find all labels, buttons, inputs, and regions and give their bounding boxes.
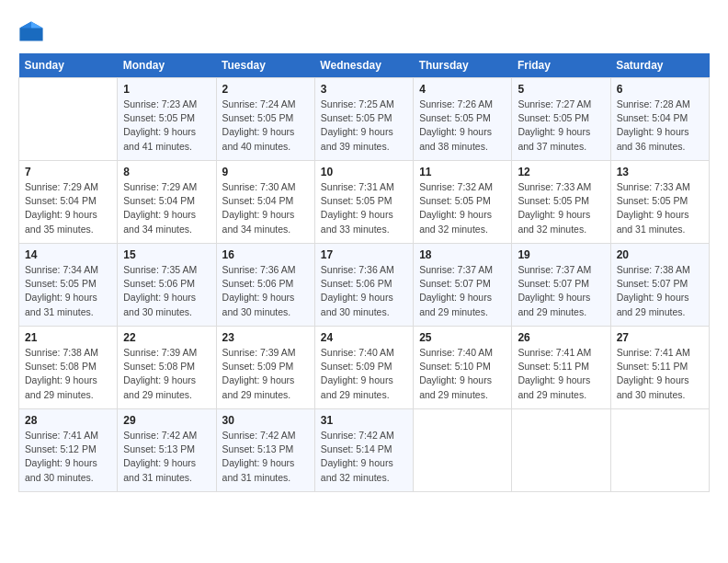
day-number: 27 xyxy=(617,331,703,344)
day-info: Sunrise: 7:29 AM Sunset: 5:04 PM Dayligh… xyxy=(25,180,111,236)
day-cell: 7Sunrise: 7:29 AM Sunset: 5:04 PM Daylig… xyxy=(19,161,118,244)
day-info: Sunrise: 7:27 AM Sunset: 5:05 PM Dayligh… xyxy=(518,98,604,154)
header-cell-thursday: Thursday xyxy=(414,53,512,78)
day-info: Sunrise: 7:28 AM Sunset: 5:04 PM Dayligh… xyxy=(617,98,703,154)
day-info: Sunrise: 7:24 AM Sunset: 5:05 PM Dayligh… xyxy=(222,98,309,154)
day-cell: 31Sunrise: 7:42 AM Sunset: 5:14 PM Dayli… xyxy=(314,409,413,492)
day-cell: 23Sunrise: 7:39 AM Sunset: 5:09 PM Dayli… xyxy=(216,327,314,409)
week-row-1: 1Sunrise: 7:23 AM Sunset: 5:05 PM Daylig… xyxy=(19,78,710,161)
day-number: 11 xyxy=(419,166,506,178)
day-cell: 12Sunrise: 7:33 AM Sunset: 5:05 PM Dayli… xyxy=(512,161,610,244)
day-info: Sunrise: 7:32 AM Sunset: 5:05 PM Dayligh… xyxy=(419,180,506,236)
day-info: Sunrise: 7:41 AM Sunset: 5:12 PM Dayligh… xyxy=(25,429,111,485)
day-number: 20 xyxy=(617,248,703,261)
header-row: SundayMondayTuesdayWednesdayThursdayFrid… xyxy=(19,53,710,78)
day-cell xyxy=(512,409,610,492)
day-cell: 24Sunrise: 7:40 AM Sunset: 5:09 PM Dayli… xyxy=(314,327,413,409)
day-number: 10 xyxy=(321,166,407,178)
day-number: 7 xyxy=(25,166,111,178)
day-number: 2 xyxy=(222,83,309,96)
week-row-2: 7Sunrise: 7:29 AM Sunset: 5:04 PM Daylig… xyxy=(19,161,710,244)
day-cell: 21Sunrise: 7:38 AM Sunset: 5:08 PM Dayli… xyxy=(19,327,118,409)
day-cell: 27Sunrise: 7:41 AM Sunset: 5:11 PM Dayli… xyxy=(610,327,709,409)
day-number: 1 xyxy=(123,83,210,96)
calendar-header: SundayMondayTuesdayWednesdayThursdayFrid… xyxy=(19,53,710,78)
day-cell: 14Sunrise: 7:34 AM Sunset: 5:05 PM Dayli… xyxy=(19,244,118,327)
day-number: 18 xyxy=(419,248,506,261)
page-header xyxy=(18,18,710,44)
day-info: Sunrise: 7:37 AM Sunset: 5:07 PM Dayligh… xyxy=(518,263,604,319)
day-cell: 16Sunrise: 7:36 AM Sunset: 5:06 PM Dayli… xyxy=(216,244,314,327)
day-number: 9 xyxy=(222,166,309,178)
day-cell: 9Sunrise: 7:30 AM Sunset: 5:04 PM Daylig… xyxy=(216,161,314,244)
day-number: 4 xyxy=(419,83,506,96)
day-info: Sunrise: 7:42 AM Sunset: 5:13 PM Dayligh… xyxy=(123,429,210,485)
day-cell: 4Sunrise: 7:26 AM Sunset: 5:05 PM Daylig… xyxy=(414,78,512,161)
day-cell: 8Sunrise: 7:29 AM Sunset: 5:04 PM Daylig… xyxy=(118,161,216,244)
day-cell: 10Sunrise: 7:31 AM Sunset: 5:05 PM Dayli… xyxy=(314,161,413,244)
day-cell: 2Sunrise: 7:24 AM Sunset: 5:05 PM Daylig… xyxy=(216,78,314,161)
day-info: Sunrise: 7:41 AM Sunset: 5:11 PM Dayligh… xyxy=(518,346,604,402)
header-cell-tuesday: Tuesday xyxy=(216,53,314,78)
day-number: 31 xyxy=(321,414,407,427)
day-cell: 18Sunrise: 7:37 AM Sunset: 5:07 PM Dayli… xyxy=(414,244,512,327)
day-number: 8 xyxy=(123,166,210,178)
day-number: 13 xyxy=(617,166,703,178)
day-cell: 3Sunrise: 7:25 AM Sunset: 5:05 PM Daylig… xyxy=(314,78,413,161)
day-cell: 26Sunrise: 7:41 AM Sunset: 5:11 PM Dayli… xyxy=(512,327,610,409)
day-cell: 13Sunrise: 7:33 AM Sunset: 5:05 PM Dayli… xyxy=(610,161,709,244)
day-number: 16 xyxy=(222,248,309,261)
day-info: Sunrise: 7:42 AM Sunset: 5:13 PM Dayligh… xyxy=(222,429,309,485)
week-row-3: 14Sunrise: 7:34 AM Sunset: 5:05 PM Dayli… xyxy=(19,244,710,327)
day-number: 22 xyxy=(123,331,210,344)
calendar-table: SundayMondayTuesdayWednesdayThursdayFrid… xyxy=(18,53,710,492)
day-info: Sunrise: 7:31 AM Sunset: 5:05 PM Dayligh… xyxy=(321,180,407,236)
day-info: Sunrise: 7:33 AM Sunset: 5:05 PM Dayligh… xyxy=(518,180,604,236)
day-cell: 22Sunrise: 7:39 AM Sunset: 5:08 PM Dayli… xyxy=(118,327,216,409)
day-number: 25 xyxy=(419,331,506,344)
header-cell-monday: Monday xyxy=(118,53,216,78)
day-info: Sunrise: 7:29 AM Sunset: 5:04 PM Dayligh… xyxy=(123,180,210,236)
day-info: Sunrise: 7:37 AM Sunset: 5:07 PM Dayligh… xyxy=(419,263,506,319)
calendar-body: 1Sunrise: 7:23 AM Sunset: 5:05 PM Daylig… xyxy=(19,78,710,492)
day-cell: 28Sunrise: 7:41 AM Sunset: 5:12 PM Dayli… xyxy=(19,409,118,492)
day-number: 21 xyxy=(25,331,111,344)
day-info: Sunrise: 7:25 AM Sunset: 5:05 PM Dayligh… xyxy=(321,98,407,154)
day-cell: 6Sunrise: 7:28 AM Sunset: 5:04 PM Daylig… xyxy=(610,78,709,161)
svg-marker-1 xyxy=(31,22,43,29)
day-number: 23 xyxy=(222,331,309,344)
day-info: Sunrise: 7:34 AM Sunset: 5:05 PM Dayligh… xyxy=(25,263,111,319)
day-cell: 30Sunrise: 7:42 AM Sunset: 5:13 PM Dayli… xyxy=(216,409,314,492)
day-info: Sunrise: 7:38 AM Sunset: 5:08 PM Dayligh… xyxy=(25,346,111,402)
day-info: Sunrise: 7:40 AM Sunset: 5:10 PM Dayligh… xyxy=(419,346,506,402)
week-row-5: 28Sunrise: 7:41 AM Sunset: 5:12 PM Dayli… xyxy=(19,409,710,492)
week-row-4: 21Sunrise: 7:38 AM Sunset: 5:08 PM Dayli… xyxy=(19,327,710,409)
day-cell xyxy=(610,409,709,492)
day-number: 14 xyxy=(25,248,111,261)
header-cell-friday: Friday xyxy=(512,53,610,78)
day-cell: 17Sunrise: 7:36 AM Sunset: 5:06 PM Dayli… xyxy=(314,244,413,327)
day-info: Sunrise: 7:39 AM Sunset: 5:08 PM Dayligh… xyxy=(123,346,210,402)
day-info: Sunrise: 7:40 AM Sunset: 5:09 PM Dayligh… xyxy=(321,346,407,402)
day-info: Sunrise: 7:42 AM Sunset: 5:14 PM Dayligh… xyxy=(321,429,407,485)
header-cell-saturday: Saturday xyxy=(610,53,709,78)
day-cell xyxy=(414,409,512,492)
day-number: 19 xyxy=(518,248,604,261)
day-info: Sunrise: 7:35 AM Sunset: 5:06 PM Dayligh… xyxy=(123,263,210,319)
logo-icon xyxy=(18,18,44,44)
day-number: 17 xyxy=(321,248,407,261)
day-cell: 25Sunrise: 7:40 AM Sunset: 5:10 PM Dayli… xyxy=(414,327,512,409)
day-info: Sunrise: 7:23 AM Sunset: 5:05 PM Dayligh… xyxy=(123,98,210,154)
day-number: 29 xyxy=(123,414,210,427)
day-cell: 5Sunrise: 7:27 AM Sunset: 5:05 PM Daylig… xyxy=(512,78,610,161)
day-info: Sunrise: 7:26 AM Sunset: 5:05 PM Dayligh… xyxy=(419,98,506,154)
day-info: Sunrise: 7:30 AM Sunset: 5:04 PM Dayligh… xyxy=(222,180,309,236)
day-number: 6 xyxy=(617,83,703,96)
day-cell xyxy=(19,78,118,161)
day-cell: 1Sunrise: 7:23 AM Sunset: 5:05 PM Daylig… xyxy=(118,78,216,161)
day-cell: 29Sunrise: 7:42 AM Sunset: 5:13 PM Dayli… xyxy=(118,409,216,492)
day-info: Sunrise: 7:38 AM Sunset: 5:07 PM Dayligh… xyxy=(617,263,703,319)
day-cell: 19Sunrise: 7:37 AM Sunset: 5:07 PM Dayli… xyxy=(512,244,610,327)
day-cell: 20Sunrise: 7:38 AM Sunset: 5:07 PM Dayli… xyxy=(610,244,709,327)
day-info: Sunrise: 7:36 AM Sunset: 5:06 PM Dayligh… xyxy=(321,263,407,319)
